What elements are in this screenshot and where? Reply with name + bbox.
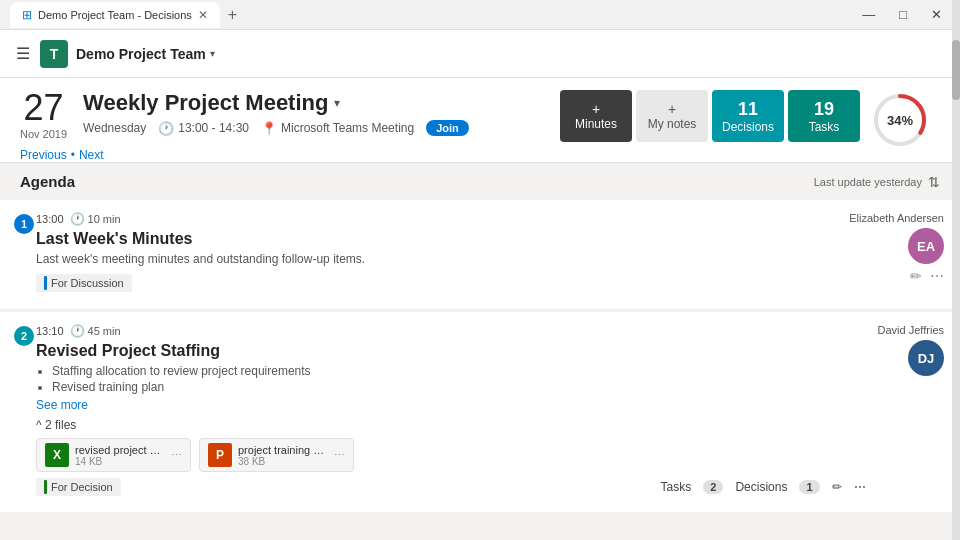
clock-icon: 🕐 [70,212,85,226]
agenda-item-2: 2 13:10 🕐 45 min Revised Project Staffin… [0,312,960,513]
browser-tab: ⊞ Demo Project Team - Decisions ✕ [10,2,220,28]
item-1-time-row: 13:00 🕐 10 min [36,212,365,226]
meeting-time: 🕐 13:00 - 14:30 [158,121,249,136]
item-2-bottom-row: For Decision Tasks 2 Decisions 1 ✏ ⋯ [36,478,866,496]
item-2-time-row: 13:10 🕐 45 min [36,324,866,338]
sort-icon[interactable]: ⇅ [928,174,940,190]
item-1-avatar: EA [908,228,944,264]
more-icon[interactable]: ⋯ [930,268,944,284]
date-number: 27 [20,90,67,126]
excel-icon: X [45,443,69,467]
browser-chrome: ⊞ Demo Project Team - Decisions ✕ + — □ … [0,0,960,30]
scrollbar[interactable] [952,0,960,540]
minimize-button[interactable]: — [854,7,883,22]
browser-window-controls: — □ ✕ [854,7,950,22]
tabs-container: + Minutes + My notes 11 Decisions 19 Tas… [560,90,860,142]
top-bar: ☰ T Demo Project Team ▾ [0,30,960,78]
file-item-1[interactable]: X revised project staffing.pl... 14 KB ⋯ [36,438,191,472]
file-expand-icon[interactable]: ⋯ [171,449,182,462]
files-section: ^ 2 files X revised project staffing.pl.… [36,418,866,472]
decisions-label-2: Decisions [735,480,787,494]
main-content: Agenda Last update yesterday ⇅ 1 13:00 🕐… [0,163,960,535]
date-month: Nov 2019 [20,128,67,140]
clock-icon: 🕐 [158,121,174,136]
agenda-title: Agenda [20,173,75,190]
more-icon-2[interactable]: ⋯ [854,480,866,494]
tag-bar [44,276,47,290]
item-2-duration: 🕐 45 min [70,324,121,338]
nav-separator: • [71,148,75,162]
meeting-day: Wednesday [83,121,146,135]
tasks-label: Tasks [809,120,840,134]
tasks-count-badge: 2 [703,480,723,494]
agenda-item-1: 1 13:00 🕐 10 min Last Week's Minutes Las… [0,200,960,310]
app-icon: T [40,40,68,68]
edit-icon-2[interactable]: ✏ [832,480,842,494]
files-row: X revised project staffing.pl... 14 KB ⋯… [36,438,866,472]
item-1-desc: Last week's meeting minutes and outstand… [36,252,365,266]
tasks-label-2: Tasks [661,480,692,494]
item-1-duration: 🕐 10 min [70,212,121,226]
tab-decisions[interactable]: 11 Decisions [712,90,784,142]
file-2-name: project training plan.pptx [238,444,328,456]
decisions-count-badge: 1 [799,480,819,494]
tab-close-icon[interactable]: ✕ [198,8,208,22]
notes-label: My notes [648,117,697,131]
file-1-name: revised project staffing.pl... [75,444,165,456]
ppt-icon: P [208,443,232,467]
file-2-size: 38 KB [238,456,328,467]
previous-link[interactable]: Previous [20,148,67,162]
file-item-2[interactable]: P project training plan.pptx 38 KB ⋯ [199,438,354,472]
tab-tasks[interactable]: 19 Tasks [788,90,860,142]
scrollbar-thumb[interactable] [952,40,960,100]
decisions-label: Decisions [722,120,774,134]
tab-favicon: ⊞ [22,8,32,22]
clock-icon-2: 🕐 [70,324,85,338]
maximize-button[interactable]: □ [891,7,915,22]
location-icon: 📍 [261,121,277,136]
hamburger-menu-icon[interactable]: ☰ [16,44,30,63]
agenda-bar: Agenda Last update yesterday ⇅ [0,163,960,200]
meeting-header: 27 Nov 2019 Weekly Project Meeting ▾ Wed… [0,78,960,163]
item-number-1: 1 [14,214,34,234]
progress-text: 34% [887,113,913,128]
meeting-title: Weekly Project Meeting [83,90,328,116]
item-1-time: 13:00 [36,213,64,225]
file-1-size: 14 KB [75,456,165,467]
tab-minutes[interactable]: + Minutes [560,90,632,142]
files-header: ^ 2 files [36,418,866,432]
nav-row: Previous • Next [20,140,940,162]
item-2-right: David Jeffries DJ [878,324,944,376]
next-link[interactable]: Next [79,148,104,162]
item-1-tag: For Discussion [36,274,132,292]
join-button[interactable]: Join [426,120,469,136]
item-2-author: David Jeffries [878,324,944,336]
new-tab-button[interactable]: + [220,6,245,24]
bullet-1: Staffing allocation to review project re… [52,364,866,378]
bullet-2: Revised training plan [52,380,866,394]
close-button[interactable]: ✕ [923,7,950,22]
tasks-count: 19 [814,99,834,120]
item-1-author: Elizabeth Andersen [849,212,944,224]
last-update: Last update yesterday ⇅ [814,174,940,190]
item-2-time: 13:10 [36,325,64,337]
team-chevron-icon[interactable]: ▾ [210,48,215,59]
progress-circle-container: 34% [870,90,930,150]
meeting-location: 📍 Microsoft Teams Meeting [261,121,414,136]
item-2-avatar: DJ [908,340,944,376]
see-more-link[interactable]: See more [36,398,866,412]
file-expand-icon-2[interactable]: ⋯ [334,449,345,462]
team-name: Demo Project Team [76,46,206,62]
item-2-title: Revised Project Staffing [36,342,866,360]
item-2-tag: For Decision [36,478,121,496]
tag-bar-green [44,480,47,494]
minutes-label: Minutes [575,117,617,131]
edit-icon[interactable]: ✏ [910,268,922,284]
tab-notes[interactable]: + My notes [636,90,708,142]
date-block: 27 Nov 2019 [20,90,67,140]
minutes-plus-icon: + [592,101,600,117]
tab-title: Demo Project Team - Decisions [38,9,192,21]
meeting-title-chevron-icon[interactable]: ▾ [334,96,340,110]
item-1-right: Elizabeth Andersen EA ✏ ⋯ [849,212,944,284]
tasks-decisions-row: Tasks 2 Decisions 1 ✏ ⋯ [661,480,866,494]
